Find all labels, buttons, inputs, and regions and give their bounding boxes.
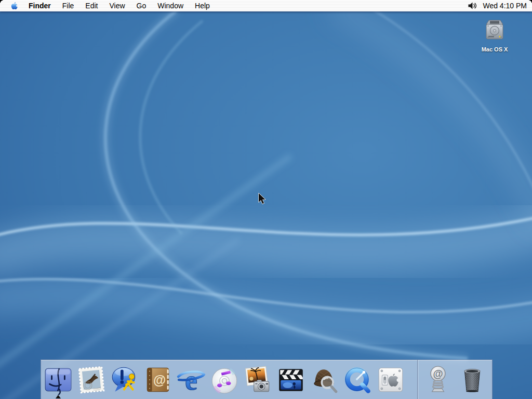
hard-disk-icon bbox=[482, 19, 507, 45]
at-spring-icon: @ bbox=[423, 365, 453, 395]
internet-explorer-icon: e bbox=[176, 365, 206, 395]
desktop-wallpaper bbox=[0, 0, 532, 399]
imovie-clapper-icon bbox=[276, 365, 306, 395]
mail-stamp-icon bbox=[76, 365, 107, 395]
dock-item-finder[interactable] bbox=[43, 365, 73, 395]
system-preferences-icon bbox=[376, 365, 406, 395]
speaker-volume-icon bbox=[468, 2, 478, 10]
dock-item-trash[interactable] bbox=[457, 365, 487, 395]
dock-item-aim[interactable] bbox=[110, 365, 140, 395]
menu-file[interactable]: File bbox=[62, 2, 74, 10]
menu-edit[interactable]: Edit bbox=[85, 2, 98, 10]
dock-item-itunes[interactable] bbox=[209, 365, 240, 395]
dock-divider bbox=[417, 360, 418, 399]
dock-apps-group: @ e bbox=[43, 360, 406, 399]
apple-logo-icon bbox=[10, 2, 19, 10]
sherlock-hat-icon bbox=[309, 365, 339, 395]
menu-window[interactable]: Window bbox=[157, 2, 183, 10]
dock-docklings-group: @ bbox=[423, 360, 487, 399]
menu-view[interactable]: View bbox=[109, 2, 125, 10]
screen-corner-top-left bbox=[0, 0, 4, 4]
dock: @ e bbox=[41, 360, 493, 399]
dock-item-mail[interactable] bbox=[76, 365, 107, 395]
menu-help[interactable]: Help bbox=[195, 2, 210, 10]
desktop-icon-macosx-disk[interactable]: Mac OS X bbox=[469, 19, 520, 52]
menu-bar-clock[interactable]: Wed 4:10 PM bbox=[483, 2, 527, 10]
dock-item-quicktime[interactable] bbox=[342, 365, 373, 395]
aqua-swirl-graphics bbox=[0, 0, 532, 399]
menu-finder[interactable]: Finder bbox=[29, 2, 51, 10]
disk-icon-label: Mac OS X bbox=[469, 46, 520, 52]
volume-menu-extra[interactable] bbox=[468, 2, 478, 10]
dock-item-imovie[interactable] bbox=[276, 365, 306, 395]
aim-messenger-icon bbox=[110, 365, 140, 395]
menu-bar-status: Wed 4:10 PM bbox=[468, 2, 532, 10]
apple-menu[interactable] bbox=[10, 2, 19, 10]
svg-text:@: @ bbox=[433, 368, 443, 379]
arrow-cursor bbox=[258, 193, 266, 205]
screen-corner-top-right bbox=[528, 0, 532, 4]
dock-item-sherlock[interactable] bbox=[309, 365, 339, 395]
address-book-icon: @ bbox=[143, 365, 173, 395]
dock-item-system-preferences[interactable] bbox=[376, 365, 406, 395]
dock-item-iphoto[interactable] bbox=[243, 365, 273, 395]
trash-basket-icon bbox=[457, 365, 487, 395]
iphoto-icon bbox=[243, 365, 273, 395]
finder-running-indicator bbox=[56, 395, 61, 398]
finder-icon bbox=[43, 365, 73, 395]
svg-text:@: @ bbox=[153, 373, 166, 387]
dock-item-address-book[interactable]: @ bbox=[143, 365, 173, 395]
menu-go[interactable]: Go bbox=[137, 2, 147, 10]
itunes-cd-icon bbox=[209, 365, 240, 395]
dock-item-apple-website-link[interactable]: @ bbox=[423, 365, 453, 395]
dock-item-internet-explorer[interactable]: e bbox=[176, 365, 206, 395]
quicktime-q-icon bbox=[342, 365, 373, 395]
menu-bar: Finder File Edit View Go Window Help Wed… bbox=[0, 0, 532, 11]
menu-list: Finder File Edit View Go Window Help bbox=[29, 2, 210, 10]
